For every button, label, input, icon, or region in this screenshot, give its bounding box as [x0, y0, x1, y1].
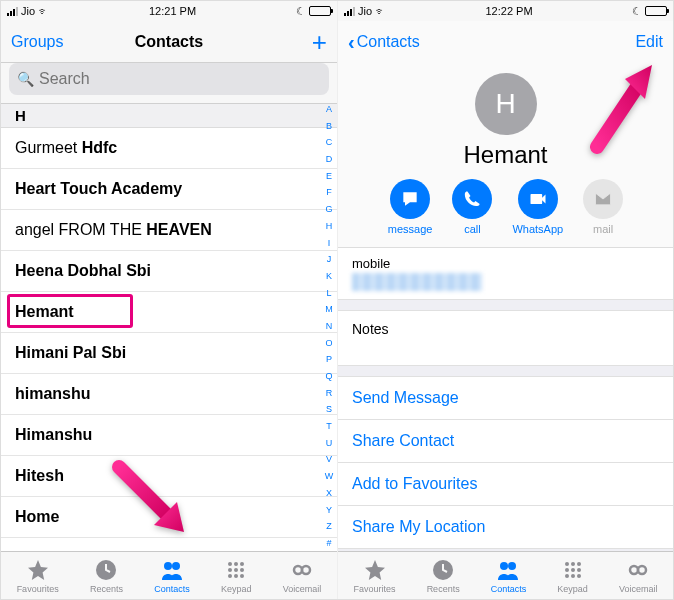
keypad-icon: [560, 557, 586, 583]
tab-bar: FavouritesRecentsContactsKeypadVoicemail: [338, 551, 673, 599]
tab-keypad[interactable]: Keypad: [557, 557, 588, 594]
battery-icon: [309, 6, 331, 16]
share-my-location-link[interactable]: Share My Location: [338, 506, 673, 549]
nav-bar: Groups Contacts +: [1, 21, 337, 63]
edit-button[interactable]: Edit: [635, 33, 663, 51]
contact-row[interactable]: Himani Pal Sbi: [1, 333, 337, 374]
clock: 12:21 PM: [149, 5, 196, 17]
dnd-icon: ☾: [296, 5, 306, 18]
contact-row[interactable]: Home: [1, 538, 337, 551]
send-message-link[interactable]: Send Message: [338, 376, 673, 420]
svg-point-21: [571, 568, 575, 572]
status-bar: Jio ᯤ 12:22 PM ☾: [338, 1, 673, 21]
contact-row[interactable]: Himanshu: [1, 415, 337, 456]
svg-point-1: [164, 562, 172, 570]
tab-recents[interactable]: Recents: [427, 557, 460, 594]
wifi-icon: ᯤ: [375, 5, 386, 17]
recents-icon: [93, 557, 119, 583]
contacts-list[interactable]: Gurmeet HdfcHeart Touch Academyangel FRO…: [1, 128, 337, 551]
signal-icon: [7, 7, 18, 16]
svg-point-18: [571, 562, 575, 566]
tab-favourites[interactable]: Favourites: [354, 557, 396, 594]
mail-button: mail: [583, 179, 623, 235]
call-button[interactable]: call: [452, 179, 492, 235]
svg-point-24: [571, 574, 575, 578]
svg-point-11: [240, 574, 244, 578]
svg-point-27: [638, 566, 646, 574]
contact-row[interactable]: Gurmeet Hdfc: [1, 128, 337, 169]
tab-contacts[interactable]: Contacts: [154, 557, 190, 594]
message-button[interactable]: message: [388, 179, 433, 235]
section-header: H: [1, 104, 337, 128]
tab-voicemail[interactable]: Voicemail: [283, 557, 322, 594]
contact-row[interactable]: angel FROM THE HEAVEN: [1, 210, 337, 251]
svg-point-8: [240, 568, 244, 572]
svg-point-4: [234, 562, 238, 566]
groups-button[interactable]: Groups: [11, 33, 63, 51]
svg-point-25: [577, 574, 581, 578]
tab-contacts[interactable]: Contacts: [491, 557, 527, 594]
mobile-field[interactable]: mobile: [338, 248, 673, 300]
svg-point-15: [500, 562, 508, 570]
svg-point-13: [302, 566, 310, 574]
contacts-list-screen: Jio ᯤ 12:21 PM ☾ Groups Contacts + 🔍 H G…: [1, 1, 337, 599]
svg-point-19: [577, 562, 581, 566]
contact-row[interactable]: Heart Touch Academy: [1, 169, 337, 210]
svg-point-2: [172, 562, 180, 570]
nav-bar: ‹ Contacts Edit: [338, 21, 673, 63]
svg-point-20: [565, 568, 569, 572]
contact-row[interactable]: Hitesh: [1, 456, 337, 497]
tab-bar: FavouritesRecentsContactsKeypadVoicemail: [1, 551, 337, 599]
contact-row[interactable]: Home: [1, 497, 337, 538]
carrier-label: Jio: [21, 5, 35, 17]
battery-icon: [645, 6, 667, 16]
chevron-left-icon: ‹: [348, 31, 355, 54]
contact-detail-screen: Jio ᯤ 12:22 PM ☾ ‹ Contacts Edit H Heman…: [337, 1, 673, 599]
add-to-favourites-link[interactable]: Add to Favourites: [338, 463, 673, 506]
notes-field[interactable]: Notes: [338, 310, 673, 366]
status-bar: Jio ᯤ 12:21 PM ☾: [1, 1, 337, 21]
tab-voicemail[interactable]: Voicemail: [619, 557, 658, 594]
contact-row[interactable]: himanshu: [1, 374, 337, 415]
contact-row[interactable]: Hemant: [1, 292, 337, 333]
search-icon: 🔍: [17, 71, 34, 87]
WhatsApp-icon: [518, 179, 558, 219]
message-icon: [390, 179, 430, 219]
contact-header: H Hemant messagecallWhatsAppmail: [338, 63, 673, 248]
svg-point-6: [228, 568, 232, 572]
avatar: H: [475, 73, 537, 135]
phone-number-blurred: [352, 273, 482, 291]
svg-point-9: [228, 574, 232, 578]
tab-keypad[interactable]: Keypad: [221, 557, 252, 594]
share-contact-link[interactable]: Share Contact: [338, 420, 673, 463]
favourites-icon: [25, 557, 51, 583]
voicemail-icon: [289, 557, 315, 583]
dnd-icon: ☾: [632, 5, 642, 18]
svg-point-5: [240, 562, 244, 566]
index-letters[interactable]: ABCDEFGHIJKLMNOPQRSTUVWXYZ#: [323, 105, 335, 549]
svg-point-22: [577, 568, 581, 572]
contacts-icon: [159, 557, 185, 583]
svg-point-17: [565, 562, 569, 566]
svg-point-7: [234, 568, 238, 572]
recents-icon: [430, 557, 456, 583]
add-contact-button[interactable]: +: [312, 29, 327, 55]
svg-point-23: [565, 574, 569, 578]
tab-favourites[interactable]: Favourites: [17, 557, 59, 594]
tab-recents[interactable]: Recents: [90, 557, 123, 594]
contacts-icon: [495, 557, 521, 583]
carrier-label: Jio: [358, 5, 372, 17]
back-button[interactable]: ‹ Contacts: [348, 31, 420, 54]
contact-name: Hemant: [338, 141, 673, 169]
svg-point-16: [508, 562, 516, 570]
wifi-icon: ᯤ: [38, 5, 49, 17]
mail-icon: [583, 179, 623, 219]
svg-point-3: [228, 562, 232, 566]
contact-row[interactable]: Heena Dobhal Sbi: [1, 251, 337, 292]
keypad-icon: [223, 557, 249, 583]
call-icon: [452, 179, 492, 219]
WhatsApp-button[interactable]: WhatsApp: [512, 179, 563, 235]
clock: 12:22 PM: [485, 5, 532, 17]
search-input[interactable]: [9, 63, 329, 95]
voicemail-icon: [625, 557, 651, 583]
